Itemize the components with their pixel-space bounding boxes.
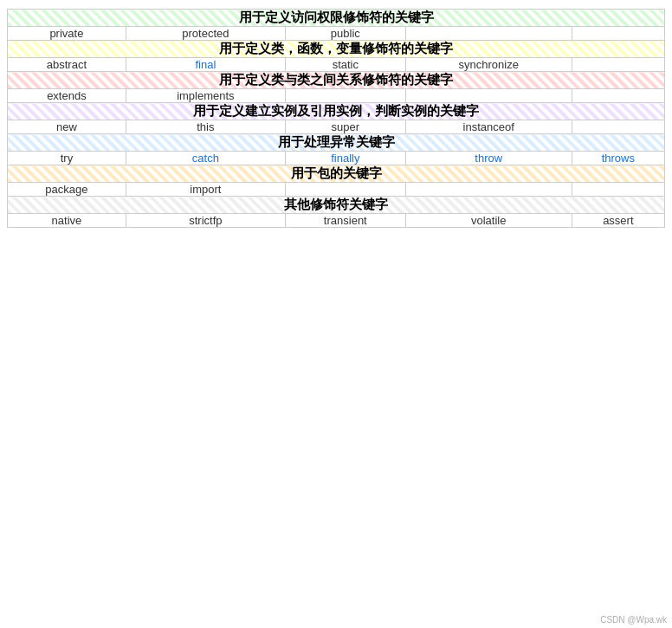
keyword-cell-class-modifier-1: final xyxy=(126,58,285,72)
keyword-row-package: packageimport xyxy=(8,183,665,197)
keyword-cell-package-1: import xyxy=(126,183,285,197)
keyword-cell-access-modifier-4 xyxy=(572,27,664,41)
keyword-cell-exception-3: throw xyxy=(405,152,572,165)
keyword-cell-class-relation-4 xyxy=(572,89,664,103)
keyword-cell-class-relation-2 xyxy=(285,89,405,103)
section-header-other: 其他修饰符关键字 xyxy=(8,197,665,214)
keyword-cell-exception-1: catch xyxy=(126,152,285,165)
keyword-cell-other-4: assert xyxy=(572,214,664,228)
keyword-cell-instance-2: super xyxy=(285,120,405,134)
keyword-cell-class-modifier-0: abstract xyxy=(8,58,126,72)
keyword-cell-class-relation-0: extends xyxy=(8,89,126,103)
keyword-cell-access-modifier-3 xyxy=(405,27,572,41)
keyword-row-class-relation: extendsimplements xyxy=(8,89,665,103)
keyword-cell-exception-4: throws xyxy=(572,152,664,165)
keyword-cell-access-modifier-1: protected xyxy=(126,27,285,41)
keyword-cell-other-1: strictfp xyxy=(126,214,285,228)
section-header-exception: 用于处理异常关键字 xyxy=(8,134,665,152)
keyword-cell-exception-2: finally xyxy=(285,152,405,165)
keyword-cell-instance-4 xyxy=(572,120,664,134)
section-header-instance: 用于定义建立实例及引用实例，判断实例的关键字 xyxy=(8,103,665,120)
section-header-class-relation: 用于定义类与类之间关系修饰符的关键字 xyxy=(8,72,665,89)
keyword-cell-package-0: package xyxy=(8,183,126,197)
section-header-package: 用于包的关键字 xyxy=(8,165,665,183)
keyword-cell-package-2 xyxy=(285,183,405,197)
keyword-cell-class-modifier-4 xyxy=(572,58,664,72)
keyword-cell-instance-1: this xyxy=(126,120,285,134)
keyword-cell-access-modifier-2: public xyxy=(285,27,405,41)
keyword-row-exception: trycatchfinallythrowthrows xyxy=(8,152,665,165)
keyword-cell-other-3: volatile xyxy=(405,214,572,228)
keyword-cell-class-modifier-3: synchronize xyxy=(405,58,572,72)
keyword-cell-package-3 xyxy=(405,183,572,197)
watermark: CSDN @Wpa.wk xyxy=(600,615,667,625)
keyword-cell-access-modifier-0: private xyxy=(8,27,126,41)
keyword-row-other: nativestrictfptransientvolatileassert xyxy=(8,214,665,228)
keyword-cell-class-relation-3 xyxy=(405,89,572,103)
keyword-row-access-modifier: privateprotectedpublic xyxy=(8,27,665,41)
keyword-row-class-modifier: abstractfinalstaticsynchronize xyxy=(8,58,665,72)
keyword-cell-other-2: transient xyxy=(285,214,405,228)
keyword-row-instance: newthissuperinstanceof xyxy=(8,120,665,134)
keyword-cell-other-0: native xyxy=(8,214,126,228)
keyword-cell-package-4 xyxy=(572,183,664,197)
keyword-cell-exception-0: try xyxy=(8,152,126,165)
keyword-cell-class-relation-1: implements xyxy=(126,89,285,103)
keywords-table: 用于定义访问权限修饰符的关键字privateprotectedpublic用于定… xyxy=(7,9,665,228)
keyword-cell-instance-3: instanceof xyxy=(405,120,572,134)
keyword-cell-instance-0: new xyxy=(8,120,126,134)
section-header-class-modifier: 用于定义类，函数，变量修饰符的关键字 xyxy=(8,41,665,58)
keyword-cell-class-modifier-2: static xyxy=(285,58,405,72)
section-header-access-modifier: 用于定义访问权限修饰符的关键字 xyxy=(8,10,665,27)
